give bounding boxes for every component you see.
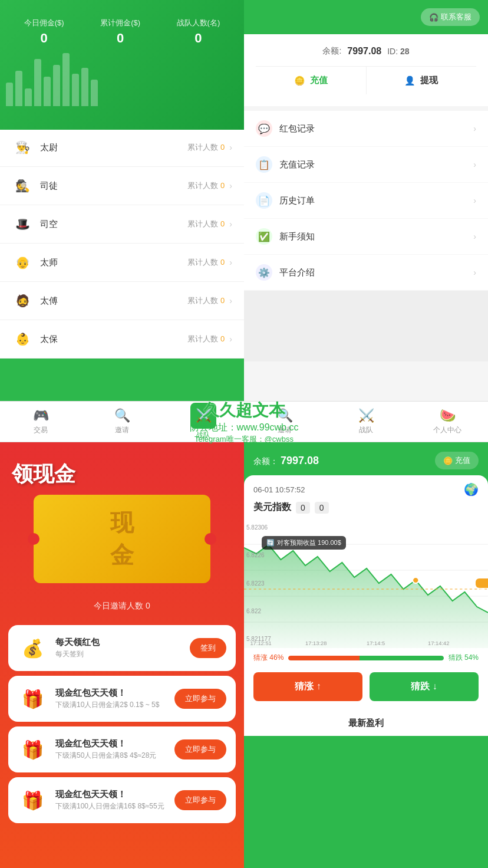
reward-title-2: 现金红包天天领！ bbox=[55, 688, 174, 699]
newbie-icon: ✅ bbox=[256, 228, 272, 245]
contact-service-button[interactable]: 🎧 联系客服 bbox=[421, 8, 480, 26]
menu-item-recharge-record[interactable]: 📋 充值记录 › bbox=[244, 147, 488, 183]
participate-button-3[interactable]: 立即参与 bbox=[174, 790, 226, 810]
list-item[interactable]: 🧔 太傅 累计人数 0 › bbox=[0, 282, 244, 320]
list-item[interactable]: 🎩 司空 累计人数 0 › bbox=[0, 205, 244, 244]
trading-time-row: 06-01 10:57:52 🌍 bbox=[244, 475, 488, 499]
participate-button-2[interactable]: 立即参与 bbox=[174, 739, 226, 760]
y-label-1: 5.82306 bbox=[246, 524, 271, 531]
trading-title-row: 美元指数 0 0 bbox=[244, 499, 488, 518]
chevron-right-icon: › bbox=[229, 219, 232, 229]
profit-tag-text: 对客预期收益 190.00$ bbox=[277, 538, 341, 547]
rank-name-3: 司徒 bbox=[40, 180, 187, 192]
rank-name-6: 太傅 bbox=[40, 295, 187, 307]
nav-trade-label: 交易 bbox=[34, 425, 48, 435]
predict-down-bar bbox=[360, 656, 443, 660]
menu-platform-label: 平台介绍 bbox=[279, 267, 473, 278]
empty-space bbox=[244, 291, 488, 361]
menu-newbie-label: 新手须知 bbox=[279, 231, 473, 242]
contact-btn-label: 联系客服 bbox=[441, 12, 471, 22]
rank-name-4: 司空 bbox=[40, 219, 187, 230]
nav-item-personal[interactable]: 🍉 个人中心 bbox=[407, 402, 488, 442]
menu-item-newbie[interactable]: ✅ 新手须知 › bbox=[244, 219, 488, 255]
chevron-right-icon: › bbox=[473, 124, 476, 133]
chevron-right-icon: › bbox=[229, 181, 232, 190]
svg-point-5 bbox=[413, 577, 418, 583]
svg-text:17:14:42: 17:14:42 bbox=[428, 640, 449, 646]
account-id-label: ID: 28 bbox=[387, 47, 409, 56]
nav-invite-label: 邀请 bbox=[115, 425, 129, 435]
trading-recharge-label: 充值 bbox=[455, 455, 470, 466]
list-item[interactable]: 👨‍🍳 太尉 累计人数 0 › bbox=[0, 129, 244, 167]
stats-row: 今日佣金($) 0 累计佣金($) 0 战队人数(名) 0 bbox=[0, 0, 244, 52]
predict-bar-visual bbox=[288, 656, 443, 660]
withdraw-button[interactable]: 👤 提现 bbox=[367, 67, 477, 94]
rank-name-2: 太尉 bbox=[40, 142, 187, 153]
rank-icon-5: 👴 bbox=[12, 252, 33, 273]
lingxianjin-title: 领现金 bbox=[0, 442, 244, 495]
reward-desc-4: 下级满100人日佣金满16$ 8$≈55元 bbox=[55, 801, 174, 811]
reward-icon-1: 💰 bbox=[18, 633, 47, 663]
list-item[interactable]: 👴 太师 累计人数 0 › bbox=[0, 244, 244, 282]
reward-icon-2: 🎁 bbox=[18, 684, 47, 714]
account-card: 余额: 7997.08 ID: 28 🪙 充值 👤 提现 bbox=[244, 34, 488, 106]
trading-badge-1: 0 bbox=[296, 502, 310, 514]
reward-desc-1: 每天签到 bbox=[55, 649, 190, 659]
trading-header: 余额： 7997.08 🪙 充值 bbox=[244, 442, 488, 475]
trading-instrument-title: 美元指数 bbox=[253, 501, 291, 514]
reward-info-3: 现金红包天天领！ 下级满50人日佣金满8$ 4$≈28元 bbox=[55, 738, 174, 761]
nav-item-team-1[interactable]: ⚔️ 战队 bbox=[163, 402, 244, 442]
chevron-right-icon: › bbox=[229, 334, 232, 344]
list-item[interactable]: 🕵️ 司徒 累计人数 0 › bbox=[0, 167, 244, 205]
price-chart: 17:12:51 17:13:28 17:14:5 17:14:42 🔄 对客预… bbox=[244, 518, 488, 648]
recharge-button[interactable]: 🪙 充值 bbox=[256, 67, 367, 94]
personal-icon: 🍉 bbox=[440, 408, 456, 423]
action-row: 🪙 充值 👤 提现 bbox=[256, 66, 476, 94]
reward-desc-2: 下级满10人日佣金满2$ 0.1$ ~ 5$ bbox=[55, 700, 174, 710]
predict-down-label: 猜跌 ↓ bbox=[411, 680, 437, 693]
recharge-record-icon: 📋 bbox=[256, 156, 272, 173]
chevron-right-icon: › bbox=[473, 268, 476, 277]
rank-icon-7: 👶 bbox=[12, 328, 33, 350]
checkin-button[interactable]: 签到 bbox=[190, 638, 226, 658]
trading-badge-2: 0 bbox=[315, 502, 329, 514]
nav-item-trade[interactable]: 🎮 交易 bbox=[0, 402, 81, 442]
trading-recharge-button[interactable]: 🪙 充值 bbox=[435, 452, 479, 469]
menu-item-history-orders[interactable]: 📄 历史订单 › bbox=[244, 183, 488, 219]
latest-profits-title: 最新盈利 bbox=[253, 718, 479, 729]
menu-item-platform[interactable]: ⚙️ 平台介绍 › bbox=[244, 255, 488, 291]
y-label-5: 5.821177 bbox=[246, 636, 271, 642]
stat-team-label: 战队人数(名) bbox=[177, 18, 220, 28]
reward-info-2: 现金红包天天领！ 下级满10人日佣金满2$ 0.1$ ~ 5$ bbox=[55, 688, 174, 710]
cash-label: 现金 bbox=[51, 507, 193, 571]
right-top-bar: 🎧 联系客服 bbox=[244, 0, 488, 34]
nav-item-invite-1[interactable]: 🔍 邀请 bbox=[81, 402, 163, 442]
invite-icon-2: 🔍 bbox=[277, 408, 293, 423]
chevron-right-icon: › bbox=[473, 160, 476, 169]
reward-card-1: 💰 每天领红包 每天签到 签到 bbox=[8, 625, 236, 671]
rank-name-7: 太保 bbox=[40, 334, 187, 345]
balance-value: 7997.08 bbox=[347, 46, 381, 57]
chevron-right-icon: › bbox=[473, 232, 476, 241]
rank-list: 🎖️ 大将 累计人数 0 › 👨‍🍳 太尉 累计人数 0 › 🕵️ 司徒 累计人… bbox=[0, 90, 244, 359]
predict-up-button[interactable]: 猜涨 ↑ bbox=[253, 672, 362, 701]
rank-name-5: 太师 bbox=[40, 257, 187, 268]
right-panel: 🎧 联系客服 余额: 7997.08 ID: 28 🪙 充值 👤 提现 bbox=[244, 0, 488, 401]
predict-down-button[interactable]: 猜跌 ↓ bbox=[370, 672, 479, 701]
balance-label: 余额: bbox=[322, 46, 341, 57]
menu-hongbao-label: 红包记录 bbox=[279, 123, 473, 134]
reward-info-1: 每天领红包 每天签到 bbox=[55, 637, 190, 659]
menu-item-hongbao[interactable]: 💬 红包记录 › bbox=[244, 111, 488, 147]
nav-item-invite-2[interactable]: 🔍 邀请 bbox=[244, 402, 325, 442]
hongbao-float-button[interactable]: 领红包 bbox=[476, 578, 488, 588]
team-icon-2: ⚔️ bbox=[358, 408, 374, 423]
reward-info-4: 现金红包天天领！ 下级满100人日佣金满16$ 8$≈55元 bbox=[55, 789, 174, 811]
profit-tag: 🔄 对客预期收益 190.00$ bbox=[262, 536, 346, 550]
nav-team-label: 战队 bbox=[196, 430, 210, 440]
chevron-right-icon: › bbox=[229, 296, 232, 305]
nav-item-team-2[interactable]: ⚔️ 战队 bbox=[325, 402, 407, 442]
cash-ticket: 现金 bbox=[34, 495, 210, 583]
predict-up-pct: 猜涨 46% bbox=[253, 653, 283, 663]
list-item[interactable]: 👶 太保 累计人数 0 › bbox=[0, 320, 244, 359]
participate-button-1[interactable]: 立即参与 bbox=[174, 689, 226, 709]
